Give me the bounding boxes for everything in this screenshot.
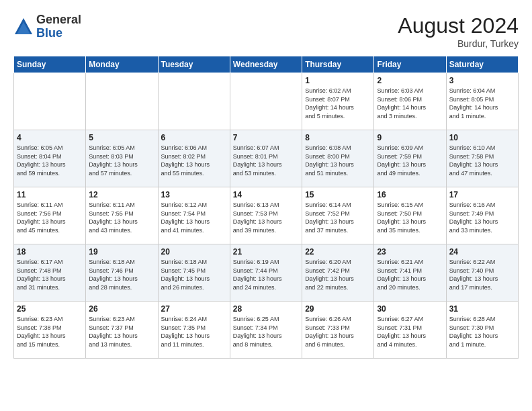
day-info: Sunrise: 6:20 AM Sunset: 7:42 PM Dayligh… — [305, 258, 371, 291]
day-info: Sunrise: 6:03 AM Sunset: 8:06 PM Dayligh… — [377, 87, 443, 120]
day-number: 11 — [17, 190, 83, 199]
day-info: Sunrise: 6:07 AM Sunset: 8:01 PM Dayligh… — [233, 144, 299, 177]
calendar-table: SundayMondayTuesdayWednesdayThursdayFrid… — [13, 56, 519, 359]
calendar-cell: 19Sunrise: 6:18 AM Sunset: 7:46 PM Dayli… — [86, 244, 158, 302]
header-wednesday: Wednesday — [230, 56, 302, 73]
day-number: 15 — [305, 190, 371, 199]
day-info: Sunrise: 6:21 AM Sunset: 7:41 PM Dayligh… — [377, 258, 443, 291]
day-number: 29 — [305, 304, 371, 314]
day-info: Sunrise: 6:12 AM Sunset: 7:54 PM Dayligh… — [161, 201, 227, 234]
calendar-cell: 4Sunrise: 6:05 AM Sunset: 8:04 PM Daylig… — [14, 130, 86, 187]
day-info: Sunrise: 6:02 AM Sunset: 8:07 PM Dayligh… — [305, 87, 371, 120]
day-number: 6 — [161, 133, 227, 142]
day-number: 27 — [161, 304, 227, 314]
day-number: 4 — [17, 133, 83, 142]
day-info: Sunrise: 6:08 AM Sunset: 8:00 PM Dayligh… — [305, 144, 371, 177]
day-number: 8 — [305, 133, 371, 142]
header-thursday: Thursday — [302, 56, 374, 73]
day-number: 3 — [449, 76, 515, 85]
calendar-cell: 31Sunrise: 6:28 AM Sunset: 7:30 PM Dayli… — [446, 302, 518, 359]
day-number: 2 — [377, 76, 443, 85]
header-friday: Friday — [374, 56, 446, 73]
day-info: Sunrise: 6:28 AM Sunset: 7:30 PM Dayligh… — [449, 315, 515, 349]
calendar-week-row: 11Sunrise: 6:11 AM Sunset: 7:56 PM Dayli… — [14, 187, 519, 244]
day-number: 26 — [89, 304, 154, 314]
day-number: 22 — [305, 247, 371, 257]
calendar-cell: 15Sunrise: 6:14 AM Sunset: 7:52 PM Dayli… — [302, 187, 374, 244]
calendar-cell: 22Sunrise: 6:20 AM Sunset: 7:42 PM Dayli… — [302, 244, 374, 302]
calendar-cell: 11Sunrise: 6:11 AM Sunset: 7:56 PM Dayli… — [14, 187, 86, 244]
day-info: Sunrise: 6:18 AM Sunset: 7:46 PM Dayligh… — [89, 258, 154, 291]
calendar-cell: 17Sunrise: 6:16 AM Sunset: 7:49 PM Dayli… — [446, 187, 518, 244]
day-number: 19 — [89, 247, 154, 257]
calendar-cell: 16Sunrise: 6:15 AM Sunset: 7:50 PM Dayli… — [374, 187, 446, 244]
location-subtitle: Burdur, Turkey — [398, 38, 519, 49]
calendar-cell: 21Sunrise: 6:19 AM Sunset: 7:44 PM Dayli… — [230, 244, 302, 302]
day-info: Sunrise: 6:23 AM Sunset: 7:37 PM Dayligh… — [89, 315, 154, 349]
calendar-week-row: 1Sunrise: 6:02 AM Sunset: 8:07 PM Daylig… — [14, 73, 519, 130]
day-number: 12 — [89, 190, 154, 199]
calendar-header-row: SundayMondayTuesdayWednesdayThursdayFrid… — [14, 56, 519, 73]
calendar-week-row: 18Sunrise: 6:17 AM Sunset: 7:48 PM Dayli… — [14, 244, 519, 302]
day-number: 14 — [233, 190, 299, 199]
calendar-cell: 30Sunrise: 6:27 AM Sunset: 7:31 PM Dayli… — [374, 302, 446, 359]
calendar-cell: 13Sunrise: 6:12 AM Sunset: 7:54 PM Dayli… — [158, 187, 230, 244]
calendar-cell: 9Sunrise: 6:09 AM Sunset: 7:59 PM Daylig… — [374, 130, 446, 187]
calendar-cell: 7Sunrise: 6:07 AM Sunset: 8:01 PM Daylig… — [230, 130, 302, 187]
calendar-cell — [14, 73, 86, 130]
day-info: Sunrise: 6:19 AM Sunset: 7:44 PM Dayligh… — [233, 258, 299, 291]
day-info: Sunrise: 6:14 AM Sunset: 7:52 PM Dayligh… — [305, 201, 371, 234]
calendar-cell: 29Sunrise: 6:26 AM Sunset: 7:33 PM Dayli… — [302, 302, 374, 359]
day-number: 5 — [89, 133, 154, 142]
calendar-cell: 8Sunrise: 6:08 AM Sunset: 8:00 PM Daylig… — [302, 130, 374, 187]
day-number: 28 — [233, 304, 299, 314]
day-number: 31 — [449, 304, 515, 314]
day-info: Sunrise: 6:05 AM Sunset: 8:03 PM Dayligh… — [89, 144, 154, 177]
day-number: 20 — [161, 247, 227, 257]
day-number: 1 — [305, 76, 371, 85]
day-number: 10 — [449, 133, 515, 142]
day-number: 30 — [377, 304, 443, 314]
day-number: 18 — [17, 247, 83, 257]
day-number: 9 — [377, 133, 443, 142]
calendar-cell: 2Sunrise: 6:03 AM Sunset: 8:06 PM Daylig… — [374, 73, 446, 130]
day-number: 25 — [17, 304, 83, 314]
title-block: August 2024 Burdur, Turkey — [398, 13, 519, 49]
calendar-cell: 28Sunrise: 6:25 AM Sunset: 7:34 PM Dayli… — [230, 302, 302, 359]
calendar-week-row: 4Sunrise: 6:05 AM Sunset: 8:04 PM Daylig… — [14, 130, 519, 187]
calendar-cell: 18Sunrise: 6:17 AM Sunset: 7:48 PM Dayli… — [14, 244, 86, 302]
calendar-cell: 3Sunrise: 6:04 AM Sunset: 8:05 PM Daylig… — [446, 73, 518, 130]
calendar-cell: 25Sunrise: 6:23 AM Sunset: 7:38 PM Dayli… — [14, 302, 86, 359]
day-info: Sunrise: 6:15 AM Sunset: 7:50 PM Dayligh… — [377, 201, 443, 234]
day-info: Sunrise: 6:17 AM Sunset: 7:48 PM Dayligh… — [17, 258, 83, 291]
month-year-title: August 2024 — [398, 13, 519, 38]
day-info: Sunrise: 6:25 AM Sunset: 7:34 PM Dayligh… — [233, 315, 299, 349]
day-number: 16 — [377, 190, 443, 199]
day-number: 23 — [377, 247, 443, 257]
calendar-cell: 1Sunrise: 6:02 AM Sunset: 8:07 PM Daylig… — [302, 73, 374, 130]
day-info: Sunrise: 6:10 AM Sunset: 7:58 PM Dayligh… — [449, 144, 515, 177]
logo-text: General Blue — [36, 13, 81, 40]
day-number: 24 — [449, 247, 515, 257]
calendar-cell: 24Sunrise: 6:22 AM Sunset: 7:40 PM Dayli… — [446, 244, 518, 302]
day-info: Sunrise: 6:09 AM Sunset: 7:59 PM Dayligh… — [377, 144, 443, 177]
calendar-cell — [158, 73, 230, 130]
calendar-cell: 23Sunrise: 6:21 AM Sunset: 7:41 PM Dayli… — [374, 244, 446, 302]
calendar-cell: 10Sunrise: 6:10 AM Sunset: 7:58 PM Dayli… — [446, 130, 518, 187]
day-info: Sunrise: 6:23 AM Sunset: 7:38 PM Dayligh… — [17, 315, 83, 349]
day-info: Sunrise: 6:13 AM Sunset: 7:53 PM Dayligh… — [233, 201, 299, 234]
page-header: General Blue August 2024 Burdur, Turkey — [13, 13, 519, 49]
day-info: Sunrise: 6:22 AM Sunset: 7:40 PM Dayligh… — [449, 258, 515, 291]
day-info: Sunrise: 6:05 AM Sunset: 8:04 PM Dayligh… — [17, 144, 83, 177]
day-number: 13 — [161, 190, 227, 199]
day-info: Sunrise: 6:11 AM Sunset: 7:56 PM Dayligh… — [17, 201, 83, 234]
calendar-week-row: 25Sunrise: 6:23 AM Sunset: 7:38 PM Dayli… — [14, 302, 519, 359]
calendar-cell — [230, 73, 302, 130]
day-info: Sunrise: 6:04 AM Sunset: 8:05 PM Dayligh… — [449, 87, 515, 120]
header-sunday: Sunday — [14, 56, 86, 73]
calendar-cell: 14Sunrise: 6:13 AM Sunset: 7:53 PM Dayli… — [230, 187, 302, 244]
day-info: Sunrise: 6:06 AM Sunset: 8:02 PM Dayligh… — [161, 144, 227, 177]
day-number: 7 — [233, 133, 299, 142]
day-info: Sunrise: 6:26 AM Sunset: 7:33 PM Dayligh… — [305, 315, 371, 349]
calendar-cell: 26Sunrise: 6:23 AM Sunset: 7:37 PM Dayli… — [86, 302, 158, 359]
